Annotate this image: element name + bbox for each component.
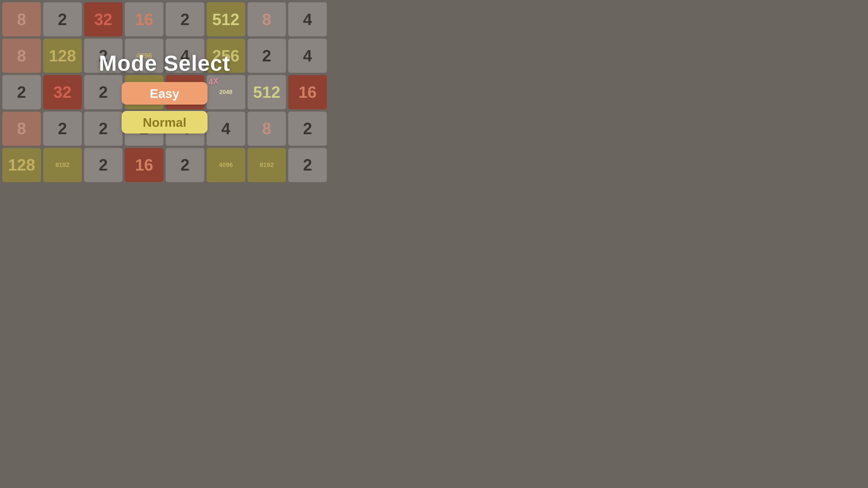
normal-button-label: Normal bbox=[143, 115, 186, 130]
mode-select-title: Mode Select bbox=[99, 51, 230, 76]
easy-button[interactable]: Easy 4X bbox=[122, 82, 208, 105]
badge-4x: 4X bbox=[208, 76, 219, 87]
normal-button[interactable]: Normal bbox=[122, 111, 208, 133]
mode-select-overlay: Mode Select Easy 4X Normal bbox=[0, 0, 329, 184]
easy-button-label: Easy bbox=[150, 86, 180, 101]
